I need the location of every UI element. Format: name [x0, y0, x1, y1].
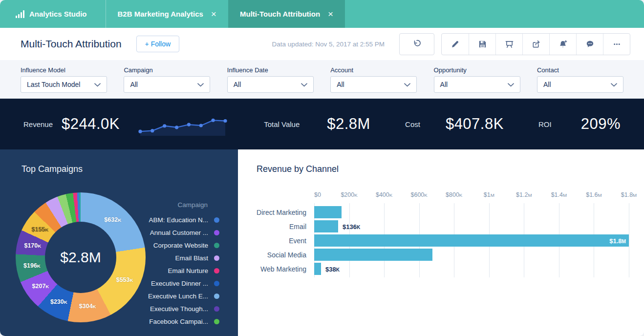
legend-item-executive-though[interactable]: Executive Though... [117, 302, 219, 315]
dashboard-widgets: Top Campaigns $2.8M $632K$553K$304K$230K… [0, 149, 644, 336]
legend-color-dot [214, 217, 219, 223]
bar-email[interactable] [314, 220, 338, 232]
filter-campaign: CampaignAll [124, 66, 210, 98]
filter-account: AccountAll [330, 66, 417, 98]
legend-item-email-nurture[interactable]: Email Nurture [117, 264, 219, 277]
tab-b2b-marketing-analytics[interactable]: B2B Marketing Analytics × [106, 0, 228, 28]
legend-label: Email Nurture [168, 267, 208, 274]
bar-event[interactable] [314, 234, 629, 247]
legend-title: Campaign [117, 201, 219, 209]
legend-item-executive-dinner[interactable]: Executive Dinner ... [117, 277, 219, 290]
filter-opportunity: OpportunityAll [434, 66, 520, 98]
bar-row-direct-marketing: Direct Marketing$155K [238, 205, 629, 219]
follow-button[interactable]: + Follow [136, 36, 180, 52]
filter-label: Campaign [124, 66, 210, 74]
conversation-button[interactable] [576, 34, 603, 55]
legend-label: Email Blast [175, 254, 208, 262]
legend-color-dot [214, 230, 219, 235]
chevron-down-icon [508, 81, 514, 88]
tick-label: $1.2M [516, 191, 532, 198]
dashboard-header: Multi-Touch Attribution + Follow Data up… [0, 28, 644, 60]
chevron-down-icon [301, 81, 307, 88]
undo-button[interactable] [399, 33, 434, 55]
legend-item-corporate-website[interactable]: Corporate Website [117, 239, 219, 252]
add-notification-button[interactable] [549, 34, 576, 55]
legend-item-executive-lunch-e[interactable]: Executive Lunch E... [117, 290, 219, 302]
donut-hole: $2.8M [45, 222, 116, 293]
campaign-legend: Campaign ABM: Education N...Annual Custo… [117, 201, 219, 328]
app-brand[interactable]: Analytics Studio [0, 0, 106, 28]
slice-label: $170K [24, 242, 41, 249]
filter-label: Influence Model [21, 66, 107, 74]
bar-social-media[interactable] [314, 249, 432, 261]
legend-color-dot [214, 268, 219, 273]
bar-track: $675K [314, 249, 629, 261]
ellipsis-icon [612, 40, 622, 49]
slice-label: $304K [79, 303, 96, 310]
category-label: Web Marketing [238, 265, 310, 273]
share-button[interactable] [522, 34, 549, 55]
legend-label: ABM: Education N... [149, 216, 208, 224]
gridline [629, 203, 629, 277]
slice-label: $230K [50, 298, 67, 305]
bar-value-label: $1.8M [609, 237, 626, 244]
app-tab-bar: Analytics Studio B2B Marketing Analytics… [0, 0, 644, 28]
kpi-value: 209% [581, 115, 621, 133]
selected-value: All [440, 81, 448, 88]
share-icon [532, 40, 541, 49]
legend-item-email-blast[interactable]: Email Blast [117, 252, 219, 264]
selected-value: All [543, 81, 551, 88]
kpi-bar: Revenue $244.0K Total Value $2.8M Cost $… [0, 99, 644, 149]
bar-value-label: $38K [325, 265, 340, 273]
revenue-sparkline-chart[interactable] [136, 110, 229, 138]
category-label: Event [238, 237, 310, 245]
bar-web-marketing[interactable] [314, 263, 321, 275]
bar-row-web-marketing: Web Marketing$38K [238, 262, 629, 276]
legend-items: ABM: Education N...Annual Customer ...Co… [117, 213, 219, 328]
donut-center-total: $2.8M [60, 249, 101, 266]
kpi-roi: ROI 209% [538, 115, 621, 133]
filter-select-influence-model[interactable]: Last Touch Model [21, 76, 107, 93]
legend-item-abm-education-n[interactable]: ABM: Education N... [117, 213, 219, 226]
pencil-icon [451, 40, 460, 49]
tick-label: $1M [484, 191, 494, 198]
legend-label: Executive Lunch E... [148, 293, 208, 300]
filter-influence-model: Influence ModelLast Touch Model [21, 66, 107, 98]
app-brand-label: Analytics Studio [29, 10, 87, 18]
filter-label: Account [330, 66, 417, 74]
filter-select-contact[interactable]: All [537, 76, 623, 93]
filter-select-opportunity[interactable]: All [434, 76, 520, 93]
bar-chart-logo-icon [16, 10, 24, 18]
bar-row-social-media: Social Media$675K [238, 248, 629, 262]
filter-label: Influence Date [227, 66, 314, 74]
legend-item-annual-customer[interactable]: Annual Customer ... [117, 226, 219, 239]
bar-direct-marketing[interactable] [314, 206, 342, 218]
filter-select-campaign[interactable]: All [124, 76, 210, 93]
slice-label: $196K [23, 262, 41, 269]
widget-title: Revenue by Channel [257, 164, 339, 174]
filter-select-account[interactable]: All [330, 76, 417, 93]
bar-value-label: $136K [343, 223, 360, 230]
present-button[interactable] [495, 34, 522, 55]
close-tab-icon[interactable]: × [211, 9, 216, 19]
tab-multi-touch-attribution[interactable]: Multi-Touch Attribution × [228, 0, 345, 28]
more-actions-button[interactable] [603, 34, 630, 55]
kpi-label: ROI [538, 120, 552, 128]
filter-select-influence-date[interactable]: All [227, 76, 314, 93]
slice-label: $155K [31, 226, 48, 233]
close-tab-icon[interactable]: × [328, 9, 333, 19]
edit-button[interactable] [442, 34, 469, 55]
filter-contact: ContactAll [537, 66, 623, 98]
bar-row-event: Event$1.8M [238, 233, 629, 248]
presentation-icon [505, 40, 514, 49]
kpi-value: $2.8M [327, 115, 370, 133]
legend-label: Corporate Website [153, 242, 208, 249]
kpi-revenue: Revenue $244.0K [23, 110, 229, 138]
tick-label: $1.6M [586, 191, 601, 198]
save-button[interactable] [469, 34, 495, 55]
category-label: Direct Marketing [238, 209, 310, 216]
bar-rows: Direct Marketing$155KEmail$136KEvent$1.8… [238, 205, 629, 276]
legend-item-facebook-campai[interactable]: Facebook Campai... [117, 315, 219, 328]
tab-label: Multi-Touch Attribution [240, 10, 320, 18]
tick-label: $200K [341, 191, 357, 198]
